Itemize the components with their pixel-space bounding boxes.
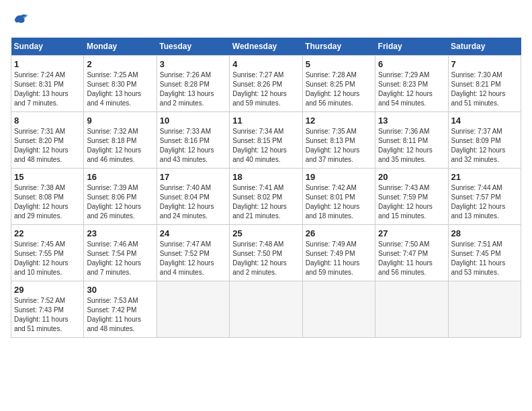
calendar-day-cell: 7 Sunrise: 7:30 AM Sunset: 8:21 PM Dayli… [448,56,521,112]
day-info: Sunrise: 7:38 AM Sunset: 8:08 PM Dayligh… [14,183,81,221]
calendar-header: SundayMondayTuesdayWednesdayThursdayFrid… [11,38,521,56]
day-info: Sunrise: 7:42 AM Sunset: 8:01 PM Dayligh… [306,183,372,221]
day-number: 13 [378,116,445,126]
day-number: 28 [451,228,518,238]
day-info: Sunrise: 7:51 AM Sunset: 7:45 PM Dayligh… [451,240,518,277]
calendar-day-cell: 1 Sunrise: 7:24 AM Sunset: 8:31 PM Dayli… [11,56,84,112]
calendar-day-cell: 6 Sunrise: 7:29 AM Sunset: 8:23 PM Dayli… [375,56,448,112]
calendar-day-cell: 14 Sunrise: 7:37 AM Sunset: 8:09 PM Dayl… [448,112,521,169]
calendar-day-cell: 27 Sunrise: 7:50 AM Sunset: 7:47 PM Dayl… [375,225,448,281]
day-of-week-header: Wednesday [230,38,302,56]
day-info: Sunrise: 7:48 AM Sunset: 7:50 PM Dayligh… [232,240,299,277]
day-number: 4 [232,59,299,69]
day-number: 22 [14,228,81,238]
calendar-day-cell: 12 Sunrise: 7:35 AM Sunset: 8:13 PM Dayl… [302,112,375,169]
day-info: Sunrise: 7:37 AM Sunset: 8:09 PM Dayligh… [451,127,518,165]
day-info: Sunrise: 7:47 AM Sunset: 7:52 PM Dayligh… [160,240,226,277]
day-number: 30 [87,285,153,295]
calendar-body: 1 Sunrise: 7:24 AM Sunset: 8:31 PM Dayli… [11,56,521,338]
day-info: Sunrise: 7:52 AM Sunset: 7:43 PM Dayligh… [14,296,81,334]
calendar-day-cell: 11 Sunrise: 7:34 AM Sunset: 8:15 PM Dayl… [230,112,302,169]
day-info: Sunrise: 7:43 AM Sunset: 7:59 PM Dayligh… [378,183,445,221]
calendar-week-row: 29 Sunrise: 7:52 AM Sunset: 7:43 PM Dayl… [11,281,521,338]
logo-bird-icon [11,11,30,30]
calendar-day-cell: 4 Sunrise: 7:27 AM Sunset: 8:26 PM Dayli… [230,56,302,112]
calendar-week-row: 8 Sunrise: 7:31 AM Sunset: 8:20 PM Dayli… [11,112,521,169]
day-number: 27 [378,228,445,238]
calendar-day-cell: 20 Sunrise: 7:43 AM Sunset: 7:59 PM Dayl… [375,169,448,225]
calendar-day-cell: 13 Sunrise: 7:36 AM Sunset: 8:11 PM Dayl… [375,112,448,169]
calendar-day-cell: 9 Sunrise: 7:32 AM Sunset: 8:18 PM Dayli… [84,112,157,169]
calendar-day-cell [448,281,521,338]
day-number: 21 [451,172,518,182]
calendar-day-cell [302,281,375,338]
day-info: Sunrise: 7:35 AM Sunset: 8:13 PM Dayligh… [306,127,372,165]
calendar-day-cell: 10 Sunrise: 7:33 AM Sunset: 8:16 PM Dayl… [157,112,229,169]
day-of-week-header: Monday [84,38,157,56]
day-info: Sunrise: 7:34 AM Sunset: 8:15 PM Dayligh… [232,127,299,165]
calendar-day-cell [375,281,448,338]
calendar-day-cell: 19 Sunrise: 7:42 AM Sunset: 8:01 PM Dayl… [302,169,375,225]
calendar-day-cell: 8 Sunrise: 7:31 AM Sunset: 8:20 PM Dayli… [11,112,84,169]
day-info: Sunrise: 7:39 AM Sunset: 8:06 PM Dayligh… [87,183,153,221]
calendar-day-cell: 17 Sunrise: 7:40 AM Sunset: 8:04 PM Dayl… [157,169,229,225]
day-info: Sunrise: 7:44 AM Sunset: 7:57 PM Dayligh… [451,183,518,221]
calendar-week-row: 22 Sunrise: 7:45 AM Sunset: 7:55 PM Dayl… [11,225,521,281]
calendar-day-cell: 24 Sunrise: 7:47 AM Sunset: 7:52 PM Dayl… [157,225,229,281]
day-info: Sunrise: 7:25 AM Sunset: 8:30 PM Dayligh… [87,71,153,108]
day-info: Sunrise: 7:29 AM Sunset: 8:23 PM Dayligh… [378,71,445,108]
day-info: Sunrise: 7:24 AM Sunset: 8:31 PM Dayligh… [14,71,81,108]
page-header [11,11,521,30]
day-of-week-header: Friday [375,38,448,56]
day-number: 10 [160,116,226,126]
calendar-day-cell: 3 Sunrise: 7:26 AM Sunset: 8:28 PM Dayli… [157,56,229,112]
day-number: 9 [87,116,153,126]
calendar-day-cell [157,281,229,338]
day-info: Sunrise: 7:40 AM Sunset: 8:04 PM Dayligh… [160,183,226,221]
day-number: 20 [378,172,445,182]
day-info: Sunrise: 7:50 AM Sunset: 7:47 PM Dayligh… [378,240,445,277]
calendar-table: SundayMondayTuesdayWednesdayThursdayFrid… [11,38,521,338]
day-number: 11 [232,116,299,126]
day-info: Sunrise: 7:26 AM Sunset: 8:28 PM Dayligh… [160,71,226,108]
day-number: 17 [160,172,226,182]
day-info: Sunrise: 7:31 AM Sunset: 8:20 PM Dayligh… [14,127,81,165]
day-info: Sunrise: 7:27 AM Sunset: 8:26 PM Dayligh… [232,71,299,108]
day-info: Sunrise: 7:46 AM Sunset: 7:54 PM Dayligh… [87,240,153,277]
calendar-day-cell: 23 Sunrise: 7:46 AM Sunset: 7:54 PM Dayl… [84,225,157,281]
day-number: 24 [160,228,226,238]
day-number: 18 [232,172,299,182]
day-number: 3 [160,59,226,69]
day-info: Sunrise: 7:30 AM Sunset: 8:21 PM Dayligh… [451,71,518,108]
day-info: Sunrise: 7:33 AM Sunset: 8:16 PM Dayligh… [160,127,226,165]
day-number: 12 [306,116,372,126]
day-of-week-header: Tuesday [157,38,229,56]
calendar-day-cell: 2 Sunrise: 7:25 AM Sunset: 8:30 PM Dayli… [84,56,157,112]
day-number: 26 [306,228,372,238]
calendar-day-cell [230,281,302,338]
day-of-week-header: Sunday [11,38,84,56]
day-number: 25 [232,228,299,238]
day-of-week-header: Thursday [302,38,375,56]
day-info: Sunrise: 7:49 AM Sunset: 7:49 PM Dayligh… [306,240,372,277]
day-number: 6 [378,59,445,69]
day-number: 8 [14,116,81,126]
calendar-day-cell: 28 Sunrise: 7:51 AM Sunset: 7:45 PM Dayl… [448,225,521,281]
calendar-day-cell: 22 Sunrise: 7:45 AM Sunset: 7:55 PM Dayl… [11,225,84,281]
day-info: Sunrise: 7:28 AM Sunset: 8:25 PM Dayligh… [306,71,372,108]
day-number: 5 [306,59,372,69]
day-number: 1 [14,59,81,69]
calendar-day-cell: 30 Sunrise: 7:53 AM Sunset: 7:42 PM Dayl… [84,281,157,338]
day-info: Sunrise: 7:36 AM Sunset: 8:11 PM Dayligh… [378,127,445,165]
calendar-day-cell: 25 Sunrise: 7:48 AM Sunset: 7:50 PM Dayl… [230,225,302,281]
calendar-week-row: 1 Sunrise: 7:24 AM Sunset: 8:31 PM Dayli… [11,56,521,112]
calendar-day-cell: 15 Sunrise: 7:38 AM Sunset: 8:08 PM Dayl… [11,169,84,225]
day-of-week-row: SundayMondayTuesdayWednesdayThursdayFrid… [11,38,521,56]
day-info: Sunrise: 7:53 AM Sunset: 7:42 PM Dayligh… [87,296,153,334]
day-number: 19 [306,172,372,182]
day-number: 23 [87,228,153,238]
day-number: 7 [451,59,518,69]
calendar-day-cell: 18 Sunrise: 7:41 AM Sunset: 8:02 PM Dayl… [230,169,302,225]
calendar-day-cell: 29 Sunrise: 7:52 AM Sunset: 7:43 PM Dayl… [11,281,84,338]
calendar-day-cell: 26 Sunrise: 7:49 AM Sunset: 7:49 PM Dayl… [302,225,375,281]
